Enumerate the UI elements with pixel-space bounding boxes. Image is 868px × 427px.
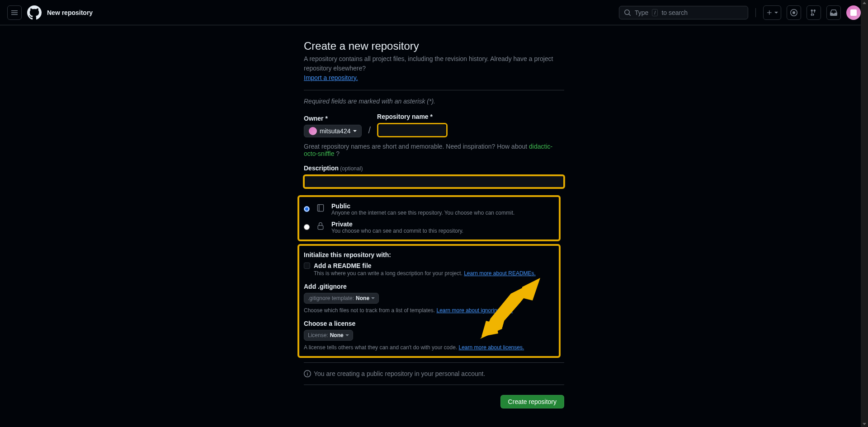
svg-rect-1 — [318, 225, 323, 229]
hamburger-icon — [11, 9, 18, 16]
github-icon — [27, 5, 42, 20]
pull-requests-button[interactable] — [807, 5, 821, 20]
import-link[interactable]: Import a repository. — [304, 74, 358, 81]
description-input[interactable] — [305, 176, 563, 187]
issue-icon — [790, 9, 797, 16]
repo-name-input[interactable] — [379, 125, 446, 136]
search-suffix: to search — [661, 9, 688, 16]
subtitle: A repository contains all project files,… — [304, 54, 564, 83]
scroll-down-icon[interactable] — [863, 423, 866, 425]
search-input[interactable]: Type / to search — [619, 6, 748, 19]
readme-label: Add a README file — [314, 262, 372, 269]
user-avatar[interactable] — [846, 5, 861, 20]
gitignore-desc: Choose which files not to track from a l… — [304, 307, 554, 314]
notifications-button[interactable] — [826, 5, 841, 20]
github-logo[interactable] — [27, 5, 42, 20]
required-note: Required fields are marked with an aster… — [304, 98, 564, 105]
description-highlight — [303, 174, 565, 189]
svg-rect-0 — [317, 205, 323, 211]
description-label: Description (optional) — [304, 164, 564, 172]
initialize-section: Initialize this repository with: Add a R… — [297, 244, 561, 358]
search-kbd: / — [652, 9, 658, 16]
public-title: Public — [331, 202, 554, 210]
search-icon — [624, 9, 631, 16]
heading: Create a new repository — [304, 40, 564, 52]
license-link[interactable]: Learn more about licenses. — [459, 344, 524, 351]
gitignore-link[interactable]: Learn more about ignoring files. — [436, 307, 513, 314]
app-header: New repository Type / to search — [0, 0, 868, 25]
repo-name-highlight — [377, 123, 448, 137]
public-desc: Anyone on the internet can see this repo… — [331, 210, 554, 216]
inbox-icon — [830, 9, 837, 16]
info-icon — [304, 370, 311, 377]
suggestion-text: Great repository names are short and mem… — [304, 143, 564, 157]
scroll-up-icon[interactable] — [863, 2, 866, 4]
license-select[interactable]: License: None — [304, 330, 353, 341]
search-prefix: Type — [635, 9, 648, 16]
caret-down-icon — [371, 297, 375, 299]
owner-value: mitsuta424 — [320, 127, 350, 135]
license-desc: A license tells others what they can and… — [304, 344, 554, 351]
license-heading: Choose a license — [304, 320, 554, 327]
owner-select[interactable]: mitsuta424 — [304, 125, 362, 137]
caret-down-icon — [774, 12, 778, 14]
repo-name-label: Repository name * — [377, 113, 448, 120]
create-repository-button[interactable]: Create repository — [500, 395, 564, 408]
visibility-section: Public Anyone on the internet can see th… — [297, 195, 561, 241]
create-new-button[interactable] — [763, 5, 781, 20]
owner-label: Owner * — [304, 115, 362, 122]
lock-icon — [316, 221, 325, 230]
info-row: You are creating a public repository in … — [304, 370, 564, 377]
caret-down-icon — [353, 130, 357, 132]
private-desc: You choose who can see and commit to thi… — [331, 228, 554, 234]
page-title: New repository — [47, 9, 93, 16]
menu-button[interactable] — [7, 5, 22, 20]
init-heading: Initialize this repository with: — [304, 251, 554, 258]
caret-down-icon — [345, 334, 349, 336]
repo-icon — [316, 203, 325, 212]
visibility-public-radio[interactable] — [304, 206, 310, 212]
info-text: You are creating a public repository in … — [314, 370, 485, 377]
slash-separator: / — [365, 125, 373, 137]
owner-avatar-icon — [309, 127, 317, 135]
gitignore-select[interactable]: .gitignore template: None — [304, 293, 379, 304]
main-content: Create a new repository A repository con… — [0, 25, 868, 408]
pull-request-icon — [810, 9, 817, 16]
private-title: Private — [331, 221, 554, 228]
issues-button[interactable] — [787, 5, 801, 20]
readme-desc: This is where you can write a long descr… — [314, 270, 554, 277]
readme-checkbox[interactable] — [304, 263, 310, 269]
readme-link[interactable]: Learn more about READMEs. — [464, 270, 536, 277]
gitignore-heading: Add .gitignore — [304, 283, 554, 290]
scrollbar[interactable] — [861, 0, 868, 427]
plus-icon — [766, 9, 773, 16]
visibility-private-radio[interactable] — [304, 224, 310, 230]
